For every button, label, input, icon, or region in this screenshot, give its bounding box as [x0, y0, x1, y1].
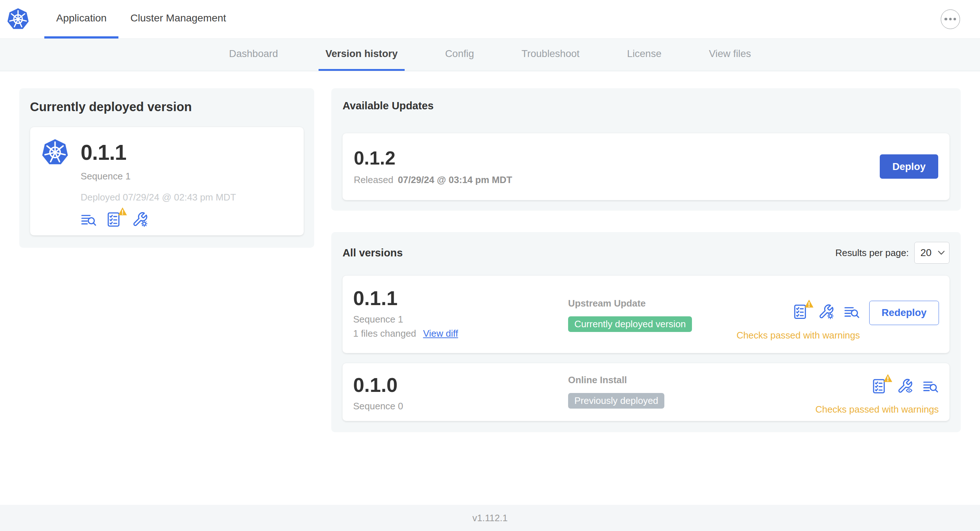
- header-spacer: [238, 0, 941, 38]
- view-files-icon[interactable]: [923, 378, 939, 394]
- subnav-tab-view-files[interactable]: View files: [702, 39, 758, 71]
- deployed-sequence: Sequence 1: [81, 171, 236, 181]
- update-details: 0.1.2 Released 07/29/24 @ 03:14 pm MDT: [354, 148, 512, 185]
- kubernetes-app-icon: [41, 138, 69, 167]
- update-row: 0.1.2 Released 07/29/24 @ 03:14 pm MDT D…: [342, 133, 950, 200]
- currently-deployed-card: Currently deployed version: [19, 88, 314, 248]
- app-footer: v1.112.1: [0, 505, 980, 531]
- released-timestamp: 07/29/24 @ 03:14 pm MDT: [398, 175, 512, 185]
- main-content: Currently deployed version: [0, 71, 980, 432]
- tab-application-label: Application: [56, 12, 107, 24]
- view-files-icon[interactable]: [81, 211, 97, 228]
- view-files-icon[interactable]: [844, 304, 860, 320]
- subnav-tab-version-history[interactable]: Version history: [318, 39, 405, 71]
- version-source: Online Install Previously deployed: [568, 375, 815, 409]
- view-diff-link[interactable]: View diff: [423, 328, 458, 339]
- version-sequence: Sequence 0: [353, 401, 568, 412]
- results-per-page-value: 20: [920, 247, 932, 259]
- results-per-page-label: Results per page:: [835, 248, 909, 258]
- preflight-status-text: Checks passed with warnings: [815, 404, 939, 415]
- deployed-version-actions: [81, 211, 236, 228]
- tab-cluster-management[interactable]: Cluster Management: [118, 0, 238, 38]
- preflight-checks-warning-icon[interactable]: [872, 378, 888, 394]
- version-sequence: Sequence 1: [353, 314, 568, 325]
- version-action-icons: Checks passed with warnings: [737, 301, 860, 341]
- released-prefix: Released: [354, 175, 393, 185]
- files-changed-line: 1 files changed View diff: [353, 328, 568, 339]
- deployed-version-number: 0.1.1: [81, 138, 236, 167]
- deployed-timestamp: Deployed 07/29/24 @ 02:43 pm MDT: [81, 192, 236, 203]
- deploy-button[interactable]: Deploy: [880, 154, 938, 179]
- subnav-tab-dashboard[interactable]: Dashboard: [222, 39, 285, 71]
- subnav-tab-troubleshoot[interactable]: Troubleshoot: [515, 39, 586, 71]
- version-number: 0.1.0: [353, 375, 568, 396]
- currently-deployed-version-card: 0.1.1 Sequence 1 Deployed 07/29/24 @ 02:…: [30, 127, 304, 235]
- ellipsis-icon: [944, 18, 947, 20]
- files-changed-label: 1 files changed: [353, 328, 416, 339]
- version-actions: Checks passed with warnings Redeploy: [737, 288, 939, 340]
- view-config-icon[interactable]: [897, 378, 913, 394]
- currently-deployed-title: Currently deployed version: [30, 100, 304, 114]
- source-label: Online Install: [568, 375, 815, 385]
- results-per-page: Results per page: 20: [835, 242, 950, 264]
- tab-cluster-management-label: Cluster Management: [130, 12, 226, 24]
- subnav-tab-config[interactable]: Config: [438, 39, 481, 71]
- chevron-down-icon: [938, 251, 945, 255]
- version-info: 0.1.1 Sequence 1 1 files changed View di…: [353, 288, 568, 339]
- redeploy-button[interactable]: Redeploy: [869, 301, 939, 325]
- deployed-version-details: 0.1.1 Sequence 1 Deployed 07/29/24 @ 02:…: [81, 138, 236, 228]
- version-actions: Checks passed with warnings: [815, 375, 939, 415]
- tab-application[interactable]: Application: [44, 0, 118, 38]
- right-column: Available Updates 0.1.2 Released 07/29/2…: [331, 88, 961, 432]
- update-released-line: Released 07/29/24 @ 03:14 pm MDT: [354, 175, 512, 185]
- available-updates-card: Available Updates 0.1.2 Released 07/29/2…: [331, 88, 961, 211]
- subnav-tab-license[interactable]: License: [620, 39, 668, 71]
- version-source: Upstream Update Currently deployed versi…: [568, 288, 737, 332]
- version-number: 0.1.1: [353, 288, 568, 309]
- version-row-0-1-0: 0.1.0 Sequence 0 Online Install Previous…: [342, 363, 950, 421]
- top-header: Application Cluster Management: [0, 0, 980, 39]
- kubernetes-logo-icon: [6, 7, 30, 31]
- results-per-page-select[interactable]: 20: [914, 242, 949, 264]
- version-info: 0.1.0 Sequence 0: [353, 375, 568, 412]
- preflight-status-text: Checks passed with warnings: [737, 330, 860, 341]
- console-version: v1.112.1: [472, 513, 508, 523]
- all-versions-header: All versions Results per page: 20: [342, 242, 950, 264]
- update-version-number: 0.1.2: [354, 148, 512, 169]
- edit-config-icon[interactable]: [132, 211, 148, 228]
- available-updates-title: Available Updates: [342, 100, 950, 112]
- source-label: Upstream Update: [568, 298, 737, 309]
- overflow-menu-button[interactable]: [941, 10, 960, 29]
- deployment-status-badge: Previously deployed: [568, 393, 664, 409]
- deployment-status-badge: Currently deployed version: [568, 316, 692, 332]
- preflight-checks-warning-icon[interactable]: [106, 211, 123, 228]
- all-versions-title: All versions: [342, 247, 403, 259]
- all-versions-card: All versions Results per page: 20 0.1.1 …: [331, 232, 961, 432]
- preflight-checks-warning-icon[interactable]: [792, 304, 809, 320]
- version-action-icons: Checks passed with warnings: [815, 378, 939, 415]
- app-subnav: Dashboard Version history Config Trouble…: [0, 39, 980, 71]
- version-row-0-1-1: 0.1.1 Sequence 1 1 files changed View di…: [342, 276, 950, 353]
- edit-config-icon[interactable]: [818, 304, 834, 320]
